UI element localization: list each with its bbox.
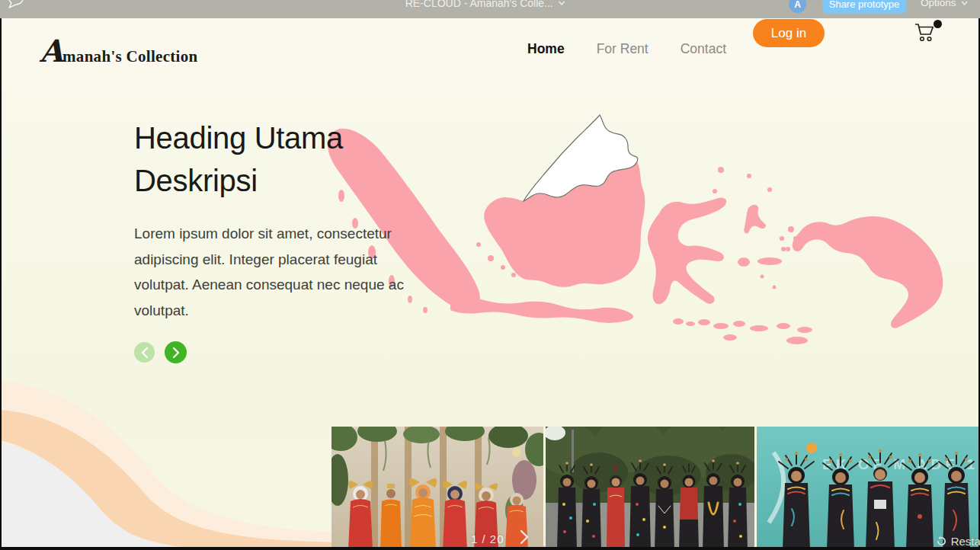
options-label: Options	[921, 0, 956, 8]
hero-carousel-controls	[134, 341, 187, 363]
hero-heading-line1: Heading Utama	[134, 117, 454, 159]
options-button[interactable]: Options	[921, 0, 968, 8]
chevron-down-icon	[961, 1, 968, 5]
chevron-left-icon	[141, 347, 149, 358]
hero-section: Heading UtamaDeskripsi Lorem ipsum dolor…	[134, 117, 454, 323]
chevron-right-icon	[172, 347, 180, 358]
logo-text: manah's Collection	[62, 47, 198, 66]
hero-description: Lorem ipsum dolor sit amet, consectetur …	[134, 221, 418, 323]
login-button[interactable]: Log in	[753, 19, 825, 47]
prototype-title: RE-CLOUD - Amanah's Colle...	[405, 0, 553, 9]
restart-label: Restart	[951, 535, 980, 548]
nav-item-home[interactable]: Home	[527, 41, 565, 57]
nav-item-contact[interactable]: Contact	[681, 41, 726, 57]
carousel-prev-button[interactable]	[134, 342, 155, 363]
restart-icon	[936, 536, 947, 547]
photo-dayak-stage-group: EK OF M ADE 19	[757, 427, 980, 550]
hero-heading-line2: Deskripsi	[134, 159, 454, 202]
carousel-next-button[interactable]	[165, 341, 187, 363]
chevron-down-icon	[559, 1, 565, 5]
cart-button[interactable]	[914, 21, 941, 47]
photo-traditional-wedding	[331, 427, 543, 550]
logo[interactable]: Amanah's Collection	[40, 38, 198, 66]
prototype-title-dropdown[interactable]: RE-CLOUD - Amanah's Colle...	[405, 0, 565, 9]
photo-dayak-outdoor-group	[546, 427, 754, 550]
website-canvas: Amanah's Collection Home For Rent Contac…	[0, 18, 980, 550]
avatar[interactable]: A	[789, 0, 806, 13]
chevron-right-icon	[520, 529, 529, 545]
hero-heading: Heading UtamaDeskripsi	[134, 117, 454, 202]
figma-toolbar: RE-CLOUD - Amanah's Colle... A Share pro…	[0, 0, 980, 18]
nav-item-for-rent[interactable]: For Rent	[597, 41, 649, 57]
carousel-indicator: 1 / 20	[471, 532, 504, 545]
cart-badge	[934, 20, 942, 28]
comment-bubble-icon[interactable]	[6, 0, 26, 14]
logo-initial: A	[40, 38, 62, 64]
figma-prototype-window: Amanah's Collection Home For Rent Contac…	[0, 0, 980, 550]
main-nav: Home For Rent Contact	[527, 41, 726, 57]
photo-strip: EK OF M ADE 19 1 / 20	[331, 427, 980, 550]
restart-button[interactable]: Restart	[936, 535, 980, 548]
next-photo-chevron[interactable]	[520, 529, 529, 548]
share-prototype-button[interactable]: Share prototype	[822, 0, 906, 14]
